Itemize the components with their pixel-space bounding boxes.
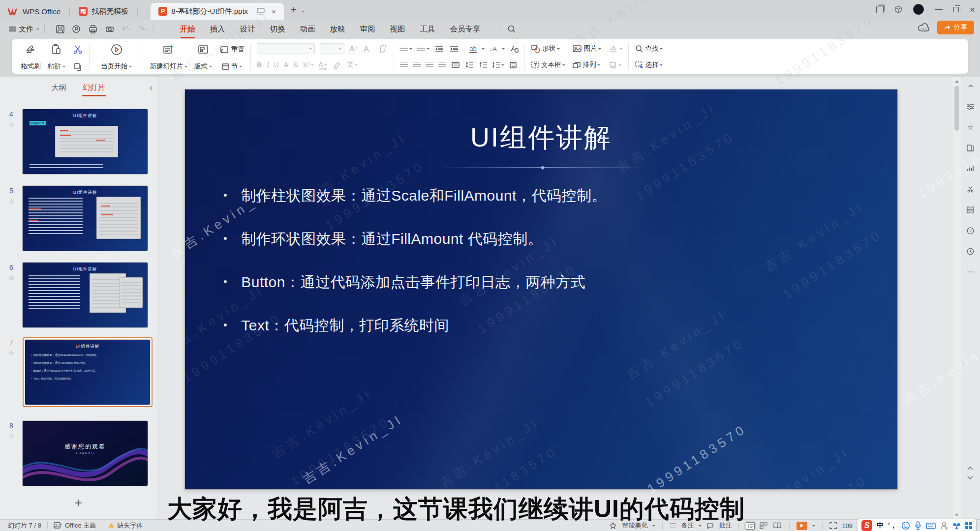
scrollbar-thumb[interactable] (954, 86, 959, 131)
indent-icon[interactable] (449, 45, 459, 52)
numbering-button[interactable] (417, 46, 429, 52)
mic-icon[interactable] (915, 521, 921, 530)
slide-thumbnail-4[interactable]: UI组件讲解 Image组件 (23, 109, 148, 174)
char-shading-button[interactable]: ab (469, 45, 476, 53)
normal-view-icon[interactable] (746, 522, 755, 530)
share-button[interactable]: 分享 (937, 21, 974, 34)
scroll-down-button[interactable] (954, 511, 960, 518)
clear-format-icon[interactable] (378, 45, 388, 53)
add-tab-icon[interactable]: + (291, 4, 297, 16)
close-icon[interactable]: × (970, 5, 975, 14)
boards-icon[interactable] (876, 6, 884, 13)
chart-icon[interactable] (966, 164, 975, 173)
star-icon[interactable]: ☆ (8, 433, 14, 440)
underline-button[interactable]: U (274, 61, 279, 69)
add-slide-button[interactable]: + (0, 495, 156, 510)
cut-button[interactable] (72, 42, 83, 58)
layout-button[interactable]: 版式 (194, 42, 212, 72)
star-icon[interactable]: ☆ (8, 274, 14, 282)
missing-font-button[interactable]: 缺失字体 (117, 521, 143, 530)
menu-item-insert[interactable]: 插入 (203, 21, 233, 37)
text-direction-button[interactable]: ↓A (490, 45, 497, 53)
toolbox-grid-icon[interactable] (965, 522, 972, 529)
collapse-panel-icon[interactable]: ‹ (150, 83, 153, 93)
vertical-scrollbar[interactable] (953, 77, 961, 519)
menu-item-design[interactable]: 设计 (233, 21, 263, 37)
slideshow-options-icon[interactable] (812, 525, 815, 528)
collapse-sidebar-icon[interactable] (966, 82, 975, 90)
tab-list-icon[interactable] (302, 11, 305, 14)
slide-bullet-list[interactable]: •制作柱状图效果：通过Scale和FillAmount，代码控制。 •制作环状图… (223, 186, 868, 336)
align-left-icon[interactable] (400, 62, 408, 68)
keyboard-icon[interactable] (926, 522, 936, 530)
play-from-current-button[interactable]: 当页开始 (95, 42, 138, 72)
line-spacing-icon[interactable] (465, 61, 474, 68)
slide-thumbnail-8[interactable]: 感谢您的观看 THANKS (23, 421, 148, 486)
arrange-button[interactable]: 排列 (572, 58, 600, 72)
scroll-up-button[interactable] (954, 78, 960, 85)
sorter-view-icon[interactable] (760, 522, 768, 530)
text-shadow-button[interactable]: A (284, 61, 288, 69)
menu-item-member[interactable]: 会员专享 (443, 21, 488, 37)
history-clock-icon[interactable] (966, 247, 975, 256)
slide-title[interactable]: UI组件讲解 (185, 120, 897, 156)
menu-item-transitions[interactable]: 切换 (263, 21, 293, 37)
section-button[interactable]: 节 (221, 61, 243, 72)
format-painter-button[interactable]: 格式刷 (21, 42, 41, 72)
redo-icon[interactable]: ↷ (138, 24, 148, 34)
bullets-button[interactable] (400, 46, 412, 52)
find-button[interactable]: 查找 (635, 42, 663, 56)
font-size-select[interactable] (320, 43, 344, 54)
restore-icon[interactable] (953, 7, 959, 12)
cloud-icon[interactable] (918, 23, 930, 32)
ime-punctuation-toggle[interactable]: ’， (888, 521, 897, 530)
phonetic-guide-button[interactable]: 文 (347, 60, 358, 69)
align-center-icon[interactable] (413, 62, 421, 68)
superscript-button[interactable]: X² (303, 61, 314, 69)
fit-screen-icon[interactable] (829, 522, 837, 529)
textbox-button[interactable]: 文本框 (531, 58, 566, 72)
editing-canvas[interactable]: UI组件讲解 •制作柱状图效果：通过Scale和FillAmount，代码控制。… (156, 77, 953, 519)
previous-slide-icon[interactable] (967, 466, 974, 471)
cube-icon[interactable] (894, 5, 902, 13)
grid-tools-icon[interactable] (966, 206, 975, 214)
tab-outline[interactable]: 大纲 (52, 83, 66, 92)
slideshow-button[interactable] (796, 522, 807, 530)
font-color-button[interactable]: A (319, 60, 327, 70)
avatar[interactable] (913, 4, 924, 15)
minimize-icon[interactable]: — (935, 5, 943, 13)
close-tab-icon[interactable]: × (272, 7, 276, 16)
export-pdf-icon[interactable] (72, 25, 81, 34)
effects-button[interactable] (608, 58, 621, 72)
justify-icon[interactable] (438, 62, 446, 68)
sogou-logo[interactable]: S (861, 520, 872, 531)
skin-icon[interactable] (952, 522, 961, 530)
menu-item-slideshow[interactable]: 放映 (323, 21, 353, 37)
slide-thumbnail-5[interactable]: UI组件讲解 (23, 186, 148, 251)
distribute-icon[interactable] (451, 61, 460, 68)
paragraph-spacing-icon[interactable] (479, 61, 488, 68)
slide-thumbnail-6[interactable]: UI组件讲解 (23, 263, 148, 327)
shrink-font-button[interactable]: A⁻ (364, 44, 373, 54)
reset-button[interactable]: 重置 (219, 42, 245, 58)
align-right-icon[interactable] (426, 62, 433, 68)
menu-item-view[interactable]: 视图 (383, 21, 413, 37)
bold-button[interactable]: B (257, 61, 262, 69)
strikethrough-button[interactable]: S (293, 61, 298, 69)
picture-button[interactable]: 图片 (572, 42, 601, 56)
help-icon[interactable]: ? (966, 226, 975, 235)
panels-icon[interactable] (966, 144, 975, 152)
reading-view-icon[interactable] (773, 522, 782, 530)
search-icon[interactable] (507, 25, 516, 33)
person-profile-icon[interactable] (940, 522, 948, 530)
text-columns-icon[interactable] (509, 61, 517, 69)
star-icon[interactable]: ☆ (8, 121, 14, 128)
tab-presentation-active[interactable]: P 8-基础部分-UI组件.pptx × (151, 3, 284, 20)
current-slide[interactable]: UI组件讲解 •制作柱状图效果：通过Scale和FillAmount，代码控制。… (185, 89, 897, 489)
ime-language-toggle[interactable]: 中 (877, 521, 884, 530)
next-slide-icon[interactable] (967, 475, 974, 480)
highlight-icon[interactable] (332, 61, 342, 69)
file-menu-button[interactable]: 文件 (9, 25, 39, 34)
more-icon[interactable]: ⋯ (966, 267, 975, 276)
menu-item-tools[interactable]: 工具 (413, 21, 443, 37)
